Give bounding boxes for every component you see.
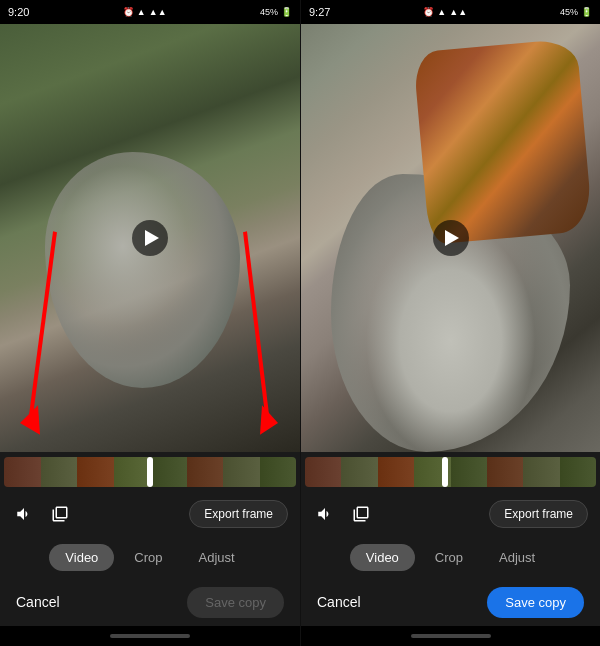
frame-r1 [305, 457, 341, 487]
frame-icon-left[interactable] [48, 502, 72, 526]
battery-text-right: 45% [560, 7, 578, 17]
frame-r6 [487, 457, 523, 487]
phone-panel-left: 9:20 ⏰ ▲ ▲▲ 45% 🔋 [0, 0, 300, 646]
home-bar-left [110, 634, 190, 638]
tab-video-left[interactable]: Video [49, 544, 114, 571]
frame-6 [187, 457, 224, 487]
home-bar-right [411, 634, 491, 638]
signal-icon-right: ▲▲ [449, 7, 467, 17]
save-btn-left[interactable]: Save copy [187, 587, 284, 618]
tab-crop-right[interactable]: Crop [419, 544, 479, 571]
frame-3 [77, 457, 114, 487]
status-time-right: 9:27 [309, 6, 330, 18]
timeline-strip-left[interactable] [4, 457, 296, 487]
timeline-right[interactable] [301, 452, 600, 492]
alarm-icon-right: ⏰ [423, 7, 434, 17]
frame-r5 [451, 457, 487, 487]
phone-panel-right: 9:27 ⏰ ▲ ▲▲ 45% 🔋 [300, 0, 600, 646]
scrubber-handle-right[interactable] [442, 457, 448, 487]
tab-bar-left: Video Crop Adjust [0, 536, 300, 578]
volume-icon-left[interactable] [12, 502, 36, 526]
status-icons-right: 45% 🔋 [560, 7, 592, 17]
frame-7 [223, 457, 260, 487]
battery-icon-left: 🔋 [281, 7, 292, 17]
status-bar-right: 9:27 ⏰ ▲ ▲▲ 45% 🔋 [301, 0, 600, 24]
cancel-btn-left[interactable]: Cancel [16, 594, 60, 610]
volume-icon-right[interactable] [313, 502, 337, 526]
status-time-left: 9:20 [8, 6, 29, 18]
alarm-icon-left: ⏰ [123, 7, 134, 17]
export-frame-btn-left[interactable]: Export frame [189, 500, 288, 528]
frame-1 [4, 457, 41, 487]
battery-text-left: 45% [260, 7, 278, 17]
controls-bar-right: Export frame [301, 492, 600, 536]
video-area-left[interactable] [0, 24, 300, 452]
tab-adjust-right[interactable]: Adjust [483, 544, 551, 571]
frame-icon-right[interactable] [349, 502, 373, 526]
wifi-icon-left: ▲ [137, 7, 146, 17]
signal-icon-left: ▲▲ [149, 7, 167, 17]
frame-r3 [378, 457, 414, 487]
play-icon-right [445, 230, 459, 246]
play-button-left[interactable] [132, 220, 168, 256]
tab-bar-right: Video Crop Adjust [301, 536, 600, 578]
status-icons-left: 45% 🔋 [260, 7, 292, 17]
bags-right [413, 39, 594, 245]
battery-icon-right: 🔋 [581, 7, 592, 17]
status-bar-left: 9:20 ⏰ ▲ ▲▲ 45% 🔋 [0, 0, 300, 24]
frame-5 [150, 457, 187, 487]
tab-adjust-left[interactable]: Adjust [183, 544, 251, 571]
frame-2 [41, 457, 78, 487]
cancel-btn-right[interactable]: Cancel [317, 594, 361, 610]
tab-crop-left[interactable]: Crop [118, 544, 178, 571]
frame-r2 [341, 457, 377, 487]
frame-r7 [523, 457, 559, 487]
status-center-left: ⏰ ▲ ▲▲ [123, 7, 167, 17]
rock-left [45, 152, 240, 387]
action-bar-right: Cancel Save copy [301, 578, 600, 626]
frame-8 [260, 457, 297, 487]
action-bar-left: Cancel Save copy [0, 578, 300, 626]
frame-4 [114, 457, 151, 487]
tab-video-right[interactable]: Video [350, 544, 415, 571]
save-btn-right[interactable]: Save copy [487, 587, 584, 618]
timeline-left[interactable] [0, 452, 300, 492]
play-button-right[interactable] [433, 220, 469, 256]
scrubber-handle-left[interactable] [147, 457, 153, 487]
video-area-right[interactable] [301, 24, 600, 452]
play-icon-left [145, 230, 159, 246]
home-indicator-left [0, 626, 300, 646]
home-indicator-right [301, 626, 600, 646]
export-frame-btn-right[interactable]: Export frame [489, 500, 588, 528]
wifi-icon-right: ▲ [437, 7, 446, 17]
timeline-strip-right[interactable] [305, 457, 596, 487]
frame-r8 [560, 457, 596, 487]
controls-bar-left: Export frame [0, 492, 300, 536]
status-center-right: ⏰ ▲ ▲▲ [423, 7, 467, 17]
